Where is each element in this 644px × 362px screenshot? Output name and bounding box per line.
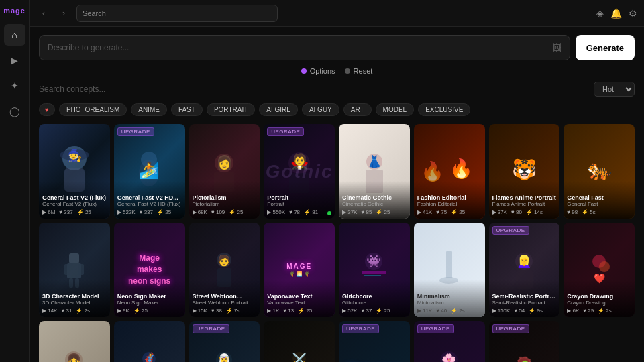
card-general-fast-r3-1[interactable]: 👧 General Fast xyxy=(39,321,110,362)
card-general-fast-r3-4[interactable]: ⚔️ General Fast xyxy=(264,321,335,362)
card-general-fast-tiger[interactable]: 🐅 General Fast General Fast ♥ 98 ⚡ 5s xyxy=(564,124,635,219)
card-crayon[interactable]: ❤️ Crayon Drawing Crayon Drawing ▶ 6K ♥ … xyxy=(564,223,635,317)
nav-icons: ◈ 🔔 ⚙ xyxy=(596,8,637,19)
stat-likes: ♥ 38 xyxy=(211,308,222,314)
svg-text:🦸: 🦸 xyxy=(142,352,157,362)
forward-button[interactable]: › xyxy=(56,6,71,21)
tag-heart[interactable]: ♥ xyxy=(39,103,55,116)
card-subtitle: General Fast V2 (Flux) xyxy=(42,201,107,207)
card-title: General Fast xyxy=(567,194,631,201)
stat-count: ⚡ 7s xyxy=(226,308,240,314)
card-general-fast-r3-7[interactable]: UPGRADE 🧟 General Fast xyxy=(489,321,560,362)
tag-ai-girl[interactable]: AI GIRL xyxy=(259,103,298,116)
search-concepts-input[interactable]: Search concepts... xyxy=(39,84,105,94)
card-fashion-editorial[interactable]: 🔥 🔥 Fashion Editorial Fashion Editorial … xyxy=(414,124,485,219)
discord-icon[interactable]: ◈ xyxy=(596,8,604,19)
gear-icon[interactable]: ⚙ xyxy=(629,8,637,19)
card-stats: ▶ 37K ♥ 80 ⚡ 14s xyxy=(492,209,557,215)
card-mage-space[interactable]: UPGRADE Mage.space Mage.space xyxy=(339,321,410,362)
card-info: Fashion Editorial Fashion Editorial ▶ 41… xyxy=(414,181,485,219)
card-info: Crayon Drawing Crayon Drawing ▶ 6K ♥ 29 … xyxy=(564,280,635,317)
card-general-fast-r3-6[interactable]: UPGRADE 🌸 General Fast xyxy=(414,321,485,362)
stat-views: ▶ 1K xyxy=(267,308,279,314)
sort-select[interactable]: Hot New Top xyxy=(594,82,635,97)
card-glitchcore[interactable]: 👾 Glitchcore Glitchcore ▶ 52K ♥ 37 ⚡ 25 xyxy=(339,223,410,317)
stat-likes: ♥ 29 xyxy=(583,308,594,314)
card-minimalism[interactable]: Minimalism Minimalism ▶ 11K ♥ 40 ⚡ 2s xyxy=(414,223,485,317)
stat-count: ⚡ 2s xyxy=(598,308,612,314)
card-stats: ▶ 6K ♥ 29 ⚡ 2s xyxy=(567,308,631,314)
card-title: Street Webtoon... xyxy=(193,293,257,300)
card-vaporwave[interactable]: MAGE 🌴 🌅 🌴 Vaporwave Text Vaporwave Text… xyxy=(264,223,335,317)
card-neon-sign[interactable]: Magemakesneon signs Neon Sign Maker Neon… xyxy=(114,223,185,317)
card-stats: ▶ 14K ♥ 31 ⚡ 2s xyxy=(42,308,107,314)
card-title: Flames Anime Portrait xyxy=(492,194,557,201)
svg-text:🧑: 🧑 xyxy=(217,254,231,267)
card-subtitle: Vaporwave Text xyxy=(267,300,331,306)
top-nav: ‹ › Search ◈ 🔔 ⚙ xyxy=(30,0,644,27)
card-title: Portrait xyxy=(267,194,331,201)
card-stats: ▶ 522K ♥ 337 ⚡ 25 xyxy=(117,209,182,215)
reset-dot xyxy=(345,68,350,74)
sidebar-item-home[interactable]: ⌂ xyxy=(4,24,25,46)
svg-text:👱‍♀️: 👱‍♀️ xyxy=(517,254,532,269)
card-general-fast-r3-2[interactable]: 🦸 General Fast xyxy=(114,321,185,362)
card-street-webtoon[interactable]: 🧑 Street Webtoon... Street Webtoon Portr… xyxy=(189,223,260,317)
card-title: Neon Sign Maker xyxy=(117,293,182,300)
stat-likes: ♥ 54 xyxy=(514,308,525,314)
card-cinematic-gothic[interactable]: 👗 Cinematic Gothic Cinematic Gothic ▶ 37… xyxy=(339,124,410,219)
stat-likes: ♥ 40 xyxy=(436,308,447,314)
card-info: Portrait Portrait ▶ 550K ♥ 78 ⚡ 81 xyxy=(264,181,335,219)
back-button[interactable]: ‹ xyxy=(36,6,51,21)
card-general-fast-r3-3[interactable]: UPGRADE 🧝‍♀️ General Fast xyxy=(189,321,260,362)
card-stats: ▶ 550K ♥ 78 ⚡ 81 xyxy=(267,209,331,215)
card-subtitle: Flames Anime Portrait xyxy=(492,201,557,207)
card-subtitle: Fashion Editorial xyxy=(417,201,482,207)
tag-art[interactable]: ART xyxy=(343,103,372,116)
stat-views: ▶ 15K xyxy=(193,308,207,314)
card-portrait[interactable]: UPGRADE 🧛 Gothic Portrait Portrait ▶ 550… xyxy=(264,124,335,219)
svg-text:🌸: 🌸 xyxy=(441,353,457,362)
search-bar[interactable]: Search xyxy=(76,5,278,22)
tag-portrait[interactable]: PORTRAIT xyxy=(207,103,255,116)
card-info: General Fast V2 HD... General Fast V2 HD… xyxy=(114,181,185,219)
sidebar-item-user[interactable]: ◯ xyxy=(4,101,25,122)
reset-toggle[interactable]: Reset xyxy=(345,67,373,75)
tag-model[interactable]: MODEL xyxy=(376,103,415,116)
tag-fast[interactable]: FAST xyxy=(171,103,203,116)
card-subtitle: Semi-Realistic Portrait xyxy=(492,300,557,306)
card-subtitle: Neon Sign Maker xyxy=(117,300,182,306)
card-stats: ♥ 98 ⚡ 5s xyxy=(567,209,631,215)
card-image: ⚔️ xyxy=(264,321,335,362)
sidebar-item-tools[interactable]: ✦ xyxy=(4,75,25,97)
card-info: Cinematic Gothic Cinematic Gothic ▶ 37K … xyxy=(339,181,410,219)
card-general-fast-v2-hd[interactable]: UPGRADE 🏄 General Fast V2 HD... General … xyxy=(114,124,185,219)
sidebar-item-play[interactable]: ▶ xyxy=(4,50,25,71)
card-general-fast-v2-flux[interactable]: 🧙 General Fast V2 (Flux) General Fast V2… xyxy=(39,124,110,219)
tag-exclusive[interactable]: EXCLUSIVE xyxy=(418,103,470,116)
card-title: Glitchcore xyxy=(342,293,407,300)
svg-text:🧙: 🧙 xyxy=(67,148,83,163)
stat-count: ⚡ 25 xyxy=(451,209,465,215)
card-info: Flames Anime Portrait Flames Anime Portr… xyxy=(489,181,560,219)
card-title: General Fast V2 HD... xyxy=(117,194,182,201)
search-concepts-row: Search concepts... Hot New Top xyxy=(39,82,635,97)
reset-label: Reset xyxy=(354,67,373,75)
card-pictorialism[interactable]: 👩 Pictorialism Pictorialism ▶ 68K ♥ 109 … xyxy=(189,124,260,219)
svg-text:👗: 👗 xyxy=(367,154,382,169)
card-3d-character[interactable]: 3D Character Model 3D Character Model ▶ … xyxy=(39,223,110,317)
stat-views: ▶ 68K xyxy=(193,209,207,215)
stat-likes: ♥ 98 xyxy=(567,209,578,215)
tag-photorealism[interactable]: PHOTOREALISM xyxy=(59,103,127,116)
bell-icon[interactable]: 🔔 xyxy=(610,8,622,19)
image-upload-icon[interactable]: 🖼 xyxy=(552,42,561,53)
generate-button[interactable]: Generate xyxy=(576,35,635,60)
tag-anime[interactable]: ANIME xyxy=(131,103,167,116)
options-toggle[interactable]: Options xyxy=(301,67,335,75)
card-flames-anime[interactable]: 🐯 Flames Anime Portrait Flames Anime Por… xyxy=(489,124,560,219)
svg-rect-30 xyxy=(362,272,386,274)
tag-ai-guy[interactable]: AI GUY xyxy=(302,103,339,116)
generate-input[interactable]: Describe to generate... 🖼 xyxy=(39,35,570,60)
stat-count: ⚡ 2s xyxy=(451,308,465,314)
card-semi-realistic[interactable]: UPGRADE 👱‍♀️ Semi-Realistic Portrait Sem… xyxy=(489,223,560,317)
